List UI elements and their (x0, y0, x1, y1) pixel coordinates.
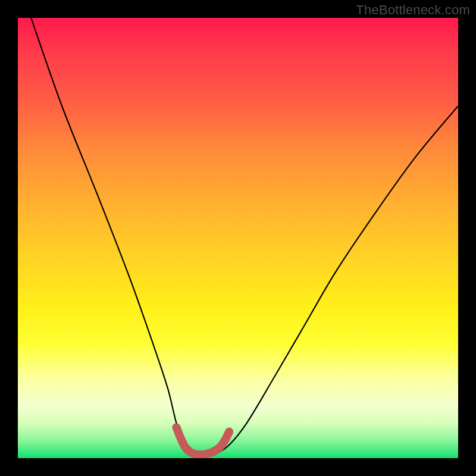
valley-marker (176, 427, 229, 455)
heat-gradient-plot (18, 18, 458, 458)
watermark-text: TheBottleneck.com (356, 2, 470, 18)
bottleneck-curve (31, 18, 458, 456)
chart-frame: TheBottleneck.com (0, 0, 476, 476)
curve-layer (18, 18, 458, 458)
